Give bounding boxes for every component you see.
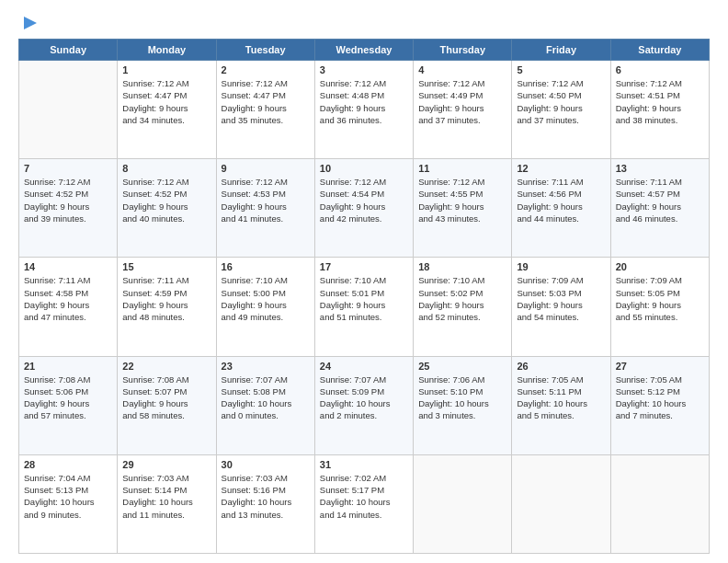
calendar-cell: 4Sunrise: 7:12 AMSunset: 4:49 PMDaylight… bbox=[414, 61, 512, 159]
day-info: Sunrise: 7:12 AMSunset: 4:55 PMDaylight:… bbox=[418, 176, 506, 224]
header bbox=[18, 15, 710, 31]
calendar-week-row: 14Sunrise: 7:11 AMSunset: 4:58 PMDayligh… bbox=[19, 258, 710, 356]
day-number: 22 bbox=[122, 361, 210, 372]
day-info: Sunrise: 7:05 AMSunset: 5:12 PMDaylight:… bbox=[616, 373, 704, 422]
calendar-cell: 20Sunrise: 7:09 AMSunset: 5:05 PMDayligh… bbox=[610, 258, 709, 356]
day-info: Sunrise: 7:10 AMSunset: 5:02 PMDaylight:… bbox=[418, 274, 506, 323]
logo bbox=[18, 15, 39, 31]
day-number: 8 bbox=[122, 163, 210, 174]
day-info: Sunrise: 7:11 AMSunset: 4:57 PMDaylight:… bbox=[616, 176, 704, 224]
calendar-cell: 26Sunrise: 7:05 AMSunset: 5:11 PMDayligh… bbox=[512, 356, 610, 454]
day-number: 12 bbox=[517, 163, 605, 174]
calendar-cell bbox=[19, 61, 118, 159]
calendar-week-row: 28Sunrise: 7:04 AMSunset: 5:13 PMDayligh… bbox=[19, 454, 710, 553]
day-number: 13 bbox=[616, 163, 704, 174]
day-info: Sunrise: 7:09 AMSunset: 5:03 PMDaylight:… bbox=[517, 274, 605, 323]
day-number: 6 bbox=[616, 64, 704, 75]
page: SundayMondayTuesdayWednesdayThursdayFrid… bbox=[0, 0, 728, 563]
calendar-cell bbox=[512, 454, 610, 553]
day-info: Sunrise: 7:03 AMSunset: 5:14 PMDaylight:… bbox=[122, 472, 210, 521]
calendar-table: SundayMondayTuesdayWednesdayThursdayFrid… bbox=[18, 39, 710, 554]
logo-icon bbox=[22, 15, 39, 31]
day-info: Sunrise: 7:12 AMSunset: 4:54 PMDaylight:… bbox=[320, 176, 408, 224]
day-number: 3 bbox=[320, 64, 408, 75]
weekday-header: Sunday bbox=[19, 40, 118, 61]
calendar-cell: 18Sunrise: 7:10 AMSunset: 5:02 PMDayligh… bbox=[414, 258, 512, 356]
day-number: 26 bbox=[517, 361, 605, 372]
calendar-cell: 6Sunrise: 7:12 AMSunset: 4:51 PMDaylight… bbox=[610, 61, 709, 159]
day-number: 1 bbox=[122, 64, 210, 75]
day-number: 23 bbox=[222, 361, 310, 372]
calendar-cell: 23Sunrise: 7:07 AMSunset: 5:08 PMDayligh… bbox=[216, 356, 314, 454]
day-info: Sunrise: 7:02 AMSunset: 5:17 PMDaylight:… bbox=[320, 472, 408, 521]
weekday-header-row: SundayMondayTuesdayWednesdayThursdayFrid… bbox=[19, 40, 710, 61]
calendar-cell: 5Sunrise: 7:12 AMSunset: 4:50 PMDaylight… bbox=[512, 61, 610, 159]
weekday-header: Tuesday bbox=[216, 40, 314, 61]
weekday-header: Wednesday bbox=[314, 40, 413, 61]
calendar-cell: 1Sunrise: 7:12 AMSunset: 4:47 PMDaylight… bbox=[118, 61, 216, 159]
day-number: 14 bbox=[24, 261, 112, 272]
calendar-cell: 17Sunrise: 7:10 AMSunset: 5:01 PMDayligh… bbox=[314, 258, 413, 356]
calendar-cell: 15Sunrise: 7:11 AMSunset: 4:59 PMDayligh… bbox=[118, 258, 216, 356]
calendar-cell: 8Sunrise: 7:12 AMSunset: 4:52 PMDaylight… bbox=[118, 159, 216, 258]
calendar-cell: 2Sunrise: 7:12 AMSunset: 4:47 PMDaylight… bbox=[216, 61, 314, 159]
day-number: 2 bbox=[222, 64, 310, 75]
day-number: 7 bbox=[24, 163, 112, 174]
day-info: Sunrise: 7:04 AMSunset: 5:13 PMDaylight:… bbox=[24, 472, 112, 521]
day-number: 11 bbox=[418, 163, 506, 174]
day-number: 9 bbox=[222, 163, 310, 174]
day-info: Sunrise: 7:11 AMSunset: 4:58 PMDaylight:… bbox=[24, 274, 112, 323]
calendar-cell: 31Sunrise: 7:02 AMSunset: 5:17 PMDayligh… bbox=[314, 454, 413, 553]
calendar-cell: 12Sunrise: 7:11 AMSunset: 4:56 PMDayligh… bbox=[512, 159, 610, 258]
calendar-cell: 11Sunrise: 7:12 AMSunset: 4:55 PMDayligh… bbox=[414, 159, 512, 258]
day-info: Sunrise: 7:12 AMSunset: 4:49 PMDaylight:… bbox=[418, 77, 506, 126]
day-number: 18 bbox=[418, 261, 506, 272]
day-number: 31 bbox=[320, 459, 408, 470]
day-number: 5 bbox=[517, 64, 605, 75]
day-number: 15 bbox=[122, 261, 210, 272]
day-number: 29 bbox=[122, 459, 210, 470]
calendar-cell: 10Sunrise: 7:12 AMSunset: 4:54 PMDayligh… bbox=[314, 159, 413, 258]
day-number: 20 bbox=[616, 261, 704, 272]
calendar-cell: 29Sunrise: 7:03 AMSunset: 5:14 PMDayligh… bbox=[118, 454, 216, 553]
day-info: Sunrise: 7:06 AMSunset: 5:10 PMDaylight:… bbox=[418, 373, 506, 422]
calendar-cell: 13Sunrise: 7:11 AMSunset: 4:57 PMDayligh… bbox=[610, 159, 709, 258]
day-number: 30 bbox=[222, 459, 310, 470]
day-info: Sunrise: 7:12 AMSunset: 4:50 PMDaylight:… bbox=[517, 77, 605, 126]
day-info: Sunrise: 7:03 AMSunset: 5:16 PMDaylight:… bbox=[222, 472, 310, 521]
day-info: Sunrise: 7:09 AMSunset: 5:05 PMDaylight:… bbox=[616, 274, 704, 323]
calendar-week-row: 1Sunrise: 7:12 AMSunset: 4:47 PMDaylight… bbox=[19, 61, 710, 159]
day-info: Sunrise: 7:10 AMSunset: 5:00 PMDaylight:… bbox=[222, 274, 310, 323]
calendar-week-row: 21Sunrise: 7:08 AMSunset: 5:06 PMDayligh… bbox=[19, 356, 710, 454]
day-info: Sunrise: 7:12 AMSunset: 4:52 PMDaylight:… bbox=[122, 176, 210, 224]
calendar-cell: 7Sunrise: 7:12 AMSunset: 4:52 PMDaylight… bbox=[19, 159, 118, 258]
weekday-header: Friday bbox=[512, 40, 610, 61]
day-number: 21 bbox=[24, 361, 112, 372]
day-number: 4 bbox=[418, 64, 506, 75]
day-info: Sunrise: 7:05 AMSunset: 5:11 PMDaylight:… bbox=[517, 373, 605, 422]
calendar-cell: 21Sunrise: 7:08 AMSunset: 5:06 PMDayligh… bbox=[19, 356, 118, 454]
day-info: Sunrise: 7:12 AMSunset: 4:51 PMDaylight:… bbox=[616, 77, 704, 126]
day-number: 16 bbox=[222, 261, 310, 272]
calendar-cell: 27Sunrise: 7:05 AMSunset: 5:12 PMDayligh… bbox=[610, 356, 709, 454]
day-info: Sunrise: 7:11 AMSunset: 4:56 PMDaylight:… bbox=[517, 176, 605, 224]
calendar-cell: 30Sunrise: 7:03 AMSunset: 5:16 PMDayligh… bbox=[216, 454, 314, 553]
day-info: Sunrise: 7:12 AMSunset: 4:48 PMDaylight:… bbox=[320, 77, 408, 126]
calendar-cell: 19Sunrise: 7:09 AMSunset: 5:03 PMDayligh… bbox=[512, 258, 610, 356]
calendar-cell: 28Sunrise: 7:04 AMSunset: 5:13 PMDayligh… bbox=[19, 454, 118, 553]
day-number: 19 bbox=[517, 261, 605, 272]
day-number: 10 bbox=[320, 163, 408, 174]
day-info: Sunrise: 7:08 AMSunset: 5:06 PMDaylight:… bbox=[24, 373, 112, 422]
calendar-cell: 14Sunrise: 7:11 AMSunset: 4:58 PMDayligh… bbox=[19, 258, 118, 356]
day-info: Sunrise: 7:10 AMSunset: 5:01 PMDaylight:… bbox=[320, 274, 408, 323]
day-number: 25 bbox=[418, 361, 506, 372]
day-number: 17 bbox=[320, 261, 408, 272]
calendar-cell: 16Sunrise: 7:10 AMSunset: 5:00 PMDayligh… bbox=[216, 258, 314, 356]
weekday-header: Saturday bbox=[610, 40, 709, 61]
day-info: Sunrise: 7:12 AMSunset: 4:47 PMDaylight:… bbox=[122, 77, 210, 126]
weekday-header: Thursday bbox=[414, 40, 512, 61]
calendar-cell bbox=[610, 454, 709, 553]
day-info: Sunrise: 7:07 AMSunset: 5:09 PMDaylight:… bbox=[320, 373, 408, 422]
day-info: Sunrise: 7:07 AMSunset: 5:08 PMDaylight:… bbox=[222, 373, 310, 422]
day-number: 24 bbox=[320, 361, 408, 372]
